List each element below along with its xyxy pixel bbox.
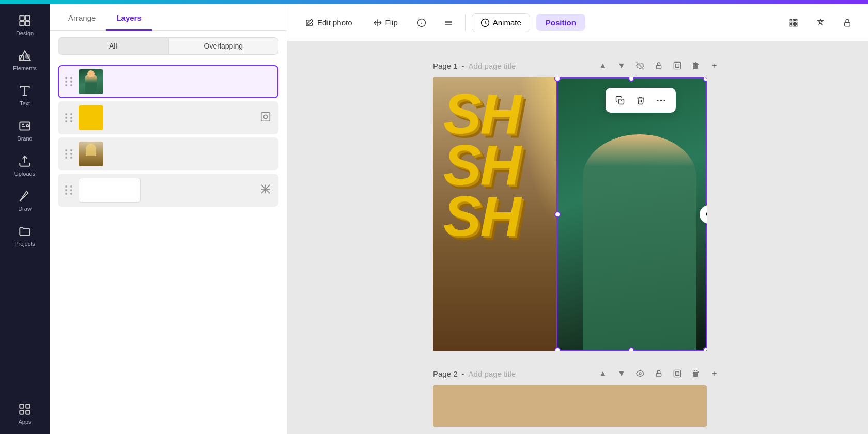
canvas-area[interactable]: Page 1 - Add page title ▲ ▼	[287, 41, 868, 434]
page-2-visibility[interactable]	[632, 366, 648, 381]
page-1-dash: -	[462, 61, 464, 70]
page-1-section: Page 1 - Add page title ▲ ▼	[433, 52, 722, 351]
animate-icon	[481, 18, 490, 27]
grid-pattern-button[interactable]	[783, 12, 804, 33]
page-2-chevron-up[interactable]: ▲	[595, 366, 611, 381]
sidebar-item-label-brand: Brand	[17, 135, 32, 142]
shine-text: SHSHSH	[443, 88, 520, 241]
duplicate-button[interactable]	[611, 91, 629, 110]
svg-rect-2	[20, 21, 24, 26]
sidebar-item-projects[interactable]: Projects	[4, 219, 45, 252]
sidebar-item-label-projects: Projects	[14, 241, 35, 247]
sidebar-item-uploads[interactable]: Uploads	[4, 149, 45, 182]
lock-button[interactable]	[837, 12, 858, 33]
sidebar-item-apps[interactable]: Apps	[4, 397, 45, 430]
sidebar-item-label-apps: Apps	[18, 419, 31, 425]
page-2-add-title[interactable]: Add page title	[469, 369, 516, 378]
text-icon	[18, 84, 32, 98]
delete-layer-button[interactable]	[631, 91, 650, 110]
menu-button[interactable]	[438, 12, 459, 33]
person-silhouette	[583, 134, 696, 351]
layer-frame-icon	[260, 111, 271, 125]
layer-item-person[interactable]	[58, 65, 278, 98]
page-1-delete[interactable]: 🗑	[688, 58, 704, 73]
grid-pattern-icon	[789, 18, 798, 27]
more-options-button[interactable]: ···	[652, 91, 671, 110]
page-1-frame[interactable]	[670, 58, 685, 73]
lock-icon	[843, 18, 852, 27]
page-2-frame[interactable]	[670, 366, 685, 381]
design-canvas-1[interactable]: SHSHSH	[433, 78, 707, 351]
page-1-header: Page 1 - Add page title ▲ ▼	[433, 52, 722, 78]
page-2-add[interactable]: +	[707, 366, 722, 381]
arch-shape	[86, 144, 96, 156]
person-photo	[556, 78, 707, 351]
color-picker-icon	[816, 18, 825, 27]
sidebar-item-label-design: Design	[16, 30, 34, 36]
toolbar: Edit photo Flip	[287, 4, 868, 41]
flip-label: Flip	[385, 18, 398, 27]
page-1-label: Page 1	[433, 61, 458, 70]
layer-item-hatched[interactable]	[58, 174, 278, 207]
uploads-icon	[18, 154, 32, 168]
svg-rect-28	[793, 22, 795, 23]
sidebar-item-brand[interactable]: Brand	[4, 114, 45, 147]
position-label: Position	[546, 18, 576, 27]
sidebar-item-text[interactable]: Text	[4, 79, 45, 112]
page-1-lock[interactable]	[651, 58, 667, 73]
menu-icon	[444, 18, 453, 27]
design-canvas-2[interactable]	[433, 385, 707, 427]
svg-rect-30	[790, 24, 792, 26]
position-button[interactable]: Position	[536, 14, 585, 31]
svg-rect-13	[261, 112, 270, 121]
projects-icon	[18, 224, 32, 239]
svg-rect-32	[796, 24, 797, 26]
sidebar-item-label-text: Text	[20, 100, 30, 106]
svg-point-5	[25, 54, 30, 59]
edit-photo-button[interactable]: Edit photo	[298, 14, 360, 32]
svg-rect-31	[793, 24, 795, 26]
elements-icon	[18, 49, 32, 63]
floating-actions: ···	[606, 88, 676, 113]
drag-handle-2[interactable]	[65, 113, 73, 122]
info-icon	[417, 18, 426, 27]
svg-point-14	[264, 115, 267, 118]
page-1-icons: ▲ ▼	[595, 58, 722, 73]
animate-button[interactable]: Animate	[472, 13, 530, 32]
page-1-chevron-up[interactable]: ▲	[595, 58, 611, 73]
drag-handle-1[interactable]	[65, 77, 73, 86]
page-2-icons: ▲ ▼	[595, 366, 722, 381]
canvas-scroll: Page 1 - Add page title ▲ ▼	[433, 52, 722, 427]
filter-overlapping-button[interactable]: Overlapping	[168, 37, 279, 55]
page-2-lock[interactable]	[651, 366, 667, 381]
tab-arrange[interactable]: Arrange	[58, 4, 106, 31]
info-button[interactable]	[411, 12, 432, 33]
svg-rect-0	[20, 16, 24, 20]
drag-handle-3[interactable]	[65, 149, 73, 159]
tab-layers[interactable]: Layers	[106, 4, 151, 31]
svg-rect-36	[674, 62, 680, 69]
page-2-header: Page 2 - Add page title ▲ ▼	[433, 360, 722, 385]
sidebar-item-design[interactable]: Design	[4, 8, 45, 41]
sidebar-item-draw[interactable]: Draw	[4, 184, 45, 217]
page-1-visibility[interactable]	[632, 58, 648, 73]
page-2-delete[interactable]: 🗑	[688, 366, 704, 381]
layer-item-yellow[interactable]	[58, 101, 278, 134]
filter-all-button[interactable]: All	[58, 37, 168, 55]
page-1-add[interactable]: +	[707, 58, 722, 73]
page-1-chevron-down[interactable]: ▼	[614, 58, 629, 73]
animate-label: Animate	[493, 18, 521, 27]
drag-handle-4[interactable]	[65, 185, 73, 195]
flip-button[interactable]: Flip	[366, 14, 405, 32]
page-1-add-title[interactable]: Add page title	[469, 61, 516, 70]
svg-rect-9	[20, 404, 24, 408]
layers-list	[50, 61, 287, 211]
color-picker-button[interactable]	[810, 12, 831, 33]
svg-rect-26	[796, 19, 797, 21]
layer-item-church[interactable]	[58, 137, 278, 171]
app-body: Design Elements Text	[0, 4, 868, 434]
page-2-chevron-down[interactable]: ▼	[614, 366, 629, 381]
svg-point-8	[26, 125, 28, 127]
svg-rect-24	[790, 19, 792, 21]
sidebar-item-elements[interactable]: Elements	[4, 43, 45, 76]
